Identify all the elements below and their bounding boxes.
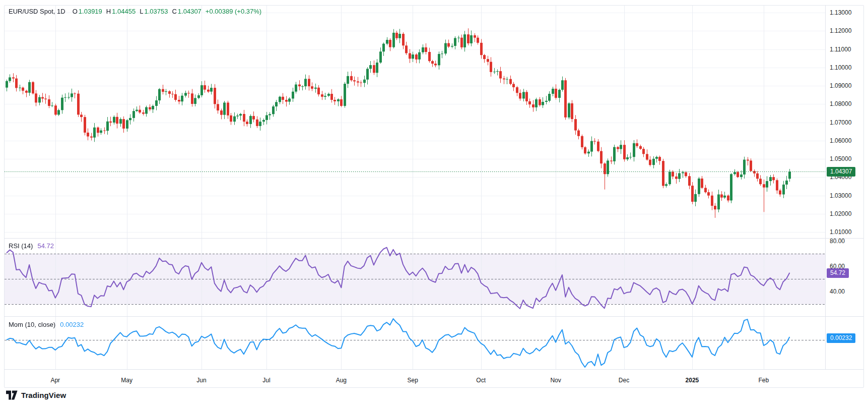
- price-tick-label: 1.06000: [830, 137, 851, 144]
- time-axis[interactable]: AprMayJunJulAugSepOctNovDec2025Feb: [4, 370, 825, 387]
- rsi-legend[interactable]: RSI (14) 54.72: [9, 242, 54, 250]
- price-tick-label: 1.01000: [830, 228, 851, 236]
- time-axis-label: Nov: [540, 377, 572, 384]
- price-tick-label: 1.05000: [830, 155, 851, 162]
- ohlc-close-label: C: [172, 8, 176, 15]
- last-price-badge: 1.04307: [827, 167, 855, 177]
- time-axis-label: Apr: [39, 377, 72, 384]
- time-axis-label: Aug: [325, 377, 357, 384]
- time-axis-label: May: [111, 377, 143, 384]
- price-tick-label: 1.10000: [830, 64, 851, 71]
- momentum-value: 0.00232: [60, 321, 84, 328]
- momentum-value-badge: 0.00232: [827, 333, 855, 343]
- time-axis-label: Jun: [185, 377, 218, 384]
- rsi-tick-label: 80.00: [830, 238, 845, 245]
- pane-separator-rsi[interactable]: [4, 238, 863, 239]
- price-tick-label: 1.03000: [830, 192, 851, 199]
- rsi-value-badge: 54.72: [827, 268, 849, 278]
- rsi-tick-label: 40.00: [830, 288, 845, 295]
- momentum-label: Mom (10, close): [9, 321, 55, 328]
- price-tick-label: 1.07000: [830, 119, 851, 126]
- price-tick-label: 1.12000: [830, 27, 851, 34]
- ohlc-close-value: 1.04307: [178, 8, 202, 15]
- momentum-legend[interactable]: Mom (10, close) 0.00232: [9, 321, 84, 328]
- ohlc-low-value: 1.03753: [144, 8, 168, 15]
- tradingview-logo-icon: [6, 390, 18, 400]
- rsi-value: 54.72: [37, 242, 54, 250]
- time-axis-label: Feb: [748, 377, 780, 384]
- rsi-label: RSI (14): [9, 242, 33, 250]
- time-axis-label: Jul: [250, 377, 283, 384]
- symbol-title: EUR/USD Spot, 1D: [9, 8, 65, 15]
- price-tick-label: 1.02000: [830, 210, 851, 217]
- tradingview-chart: EUR/USD Spot, 1D O 1.03919 H 1.04455 L 1…: [0, 0, 868, 405]
- time-axis-label: Sep: [396, 377, 429, 384]
- momentum-pane-canvas[interactable]: [5, 317, 825, 369]
- pane-separator-momentum[interactable]: [4, 316, 863, 317]
- ohlc-open-label: O: [73, 8, 78, 15]
- time-axis-label: Oct: [465, 377, 497, 384]
- tradingview-logo-text: TradingView: [21, 391, 66, 399]
- symbol-legend[interactable]: EUR/USD Spot, 1D O 1.03919 H 1.04455 L 1…: [9, 8, 261, 15]
- price-axis[interactable]: 1.130001.120001.110001.100001.090001.080…: [826, 5, 868, 369]
- price-tick-label: 1.11000: [830, 46, 851, 53]
- ohlc-high-value: 1.04455: [112, 8, 136, 15]
- ohlc-low-label: L: [140, 8, 143, 15]
- change-value: +0.00389 (+0.37%): [206, 8, 261, 15]
- time-axis-label: Dec: [608, 377, 640, 384]
- price-tick-label: 1.08000: [830, 100, 851, 107]
- ohlc-open-value: 1.03919: [79, 8, 102, 15]
- rsi-pane-canvas[interactable]: [5, 239, 825, 316]
- ohlc-high-label: H: [106, 8, 111, 15]
- price-tick-label: 1.13000: [830, 9, 851, 16]
- time-axis-label: 2025: [676, 377, 708, 384]
- price-pane-canvas[interactable]: [5, 6, 825, 238]
- price-tick-label: 1.09000: [830, 82, 851, 89]
- tradingview-logo[interactable]: TradingView: [6, 390, 66, 400]
